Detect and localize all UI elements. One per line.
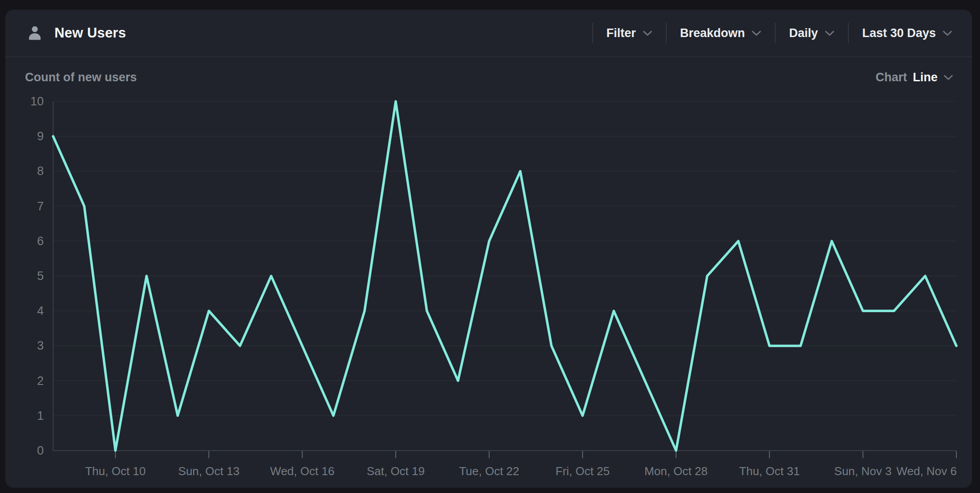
x-axis-label: Sun, Oct 13 — [178, 464, 239, 478]
y-axis-label: 4 — [37, 304, 44, 318]
dashboard-page: New Users Filter Breakdown Daily — [0, 0, 980, 493]
y-axis-label: 8 — [37, 164, 44, 178]
y-axis-label: 0 — [37, 444, 44, 457]
x-axis-label: Sat, Oct 19 — [367, 464, 425, 478]
x-axis-label: Thu, Oct 31 — [739, 464, 800, 478]
y-axis-label: 5 — [37, 269, 44, 283]
x-axis-label: Sun, Nov 3 — [834, 464, 892, 478]
x-axis-label: Wed, Oct 16 — [270, 464, 334, 478]
y-axis-label: 9 — [37, 130, 44, 143]
y-axis-label: 6 — [37, 234, 44, 248]
y-axis-label: 10 — [30, 95, 44, 108]
new-users-widget: New Users Filter Breakdown Daily — [5, 10, 972, 488]
line-chart: 012345678910Thu, Oct 10Sun, Oct 13Wed, O… — [5, 10, 972, 488]
y-axis-label: 2 — [37, 374, 44, 388]
y-axis-label: 7 — [37, 200, 44, 213]
x-axis-label: Tue, Oct 22 — [459, 464, 519, 478]
x-axis-label: Wed, Nov 6 — [897, 464, 957, 478]
y-axis-label: 1 — [37, 409, 44, 422]
x-axis-label: Fri, Oct 25 — [556, 464, 610, 478]
y-axis-label: 3 — [37, 339, 44, 352]
x-axis-label: Mon, Oct 28 — [644, 464, 708, 478]
x-axis-label: Thu, Oct 10 — [85, 464, 146, 478]
